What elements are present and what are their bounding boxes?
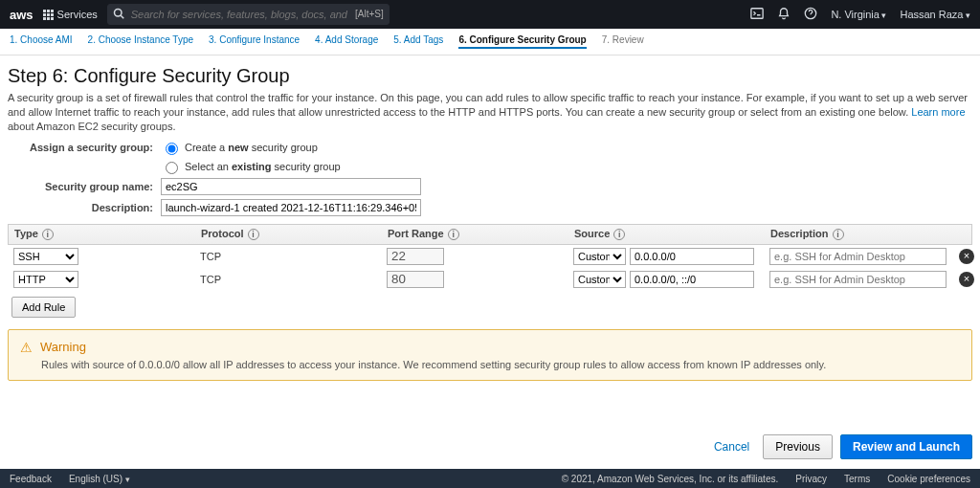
language-selector[interactable]: English (US)	[69, 474, 130, 484]
page-description: A security group is a set of firewall ru…	[8, 91, 972, 134]
rule-row: HTTPTCPCustom×	[8, 268, 972, 291]
add-rule-button[interactable]: Add Rule	[11, 297, 76, 318]
sg-desc-label: Description:	[8, 202, 161, 213]
warning-box: ⚠ Warning Rules with source of 0.0.0.0/0…	[8, 329, 972, 381]
svg-point-0	[114, 10, 122, 17]
global-search: [Alt+S]	[107, 4, 390, 25]
wizard-steps: 1. Choose AMI 2. Choose Instance Type 3.…	[0, 29, 980, 55]
search-icon	[113, 8, 124, 22]
radio-select-existing-input[interactable]	[166, 162, 178, 174]
top-nav-bar: aws Services [Alt+S] N. Virginia Hassan …	[0, 0, 980, 29]
col-port: Port Rangei	[388, 228, 574, 240]
col-source: Sourcei	[574, 228, 770, 240]
svg-rect-2	[751, 9, 763, 19]
info-icon[interactable]: i	[833, 229, 844, 240]
assign-sg-label: Assign a security group:	[8, 142, 161, 153]
rules-header-row: Typei Protocoli Port Rangei Sourcei Desc…	[8, 224, 972, 245]
rule-description-input[interactable]	[769, 248, 947, 265]
review-launch-button[interactable]: Review and Launch	[840, 434, 972, 459]
rule-type-select[interactable]: HTTP	[13, 271, 78, 288]
radio-create-new[interactable]: Create a new security group	[161, 140, 318, 155]
cancel-button[interactable]: Cancel	[708, 439, 755, 455]
rule-source-cidr[interactable]	[630, 248, 754, 265]
remove-rule-icon[interactable]: ×	[959, 249, 974, 264]
search-input[interactable]	[107, 4, 390, 25]
col-description: Descriptioni	[770, 228, 960, 240]
previous-button[interactable]: Previous	[763, 434, 833, 459]
region-selector[interactable]: N. Virginia	[831, 9, 886, 20]
warning-title: Warning	[40, 340, 86, 354]
grid-icon	[43, 10, 54, 20]
radio-select-existing[interactable]: Select an existing security group	[161, 159, 341, 174]
privacy-link[interactable]: Privacy	[795, 474, 827, 484]
notifications-icon[interactable]	[777, 7, 791, 22]
step-7[interactable]: 7. Review	[602, 34, 644, 49]
services-label: Services	[57, 9, 98, 20]
svg-line-1	[121, 15, 123, 18]
rule-protocol: TCP	[200, 251, 387, 262]
rules-body: SSHTCPCustom×HTTPTCPCustom×	[8, 245, 972, 291]
rule-type-select[interactable]: SSH	[13, 248, 78, 265]
copyright-text: © 2021, Amazon Web Services, Inc. or its…	[562, 474, 779, 484]
info-icon[interactable]: i	[613, 229, 625, 240]
learn-more-link[interactable]: Learn more	[911, 106, 965, 118]
rule-port-input[interactable]	[387, 248, 444, 265]
cloudshell-icon[interactable]	[750, 7, 764, 22]
sg-desc-input[interactable]	[161, 199, 421, 216]
step-3[interactable]: 3. Configure Instance	[209, 34, 300, 49]
console-footer: Feedback English (US) © 2021, Amazon Web…	[0, 469, 980, 488]
info-icon[interactable]: i	[42, 229, 54, 240]
info-icon[interactable]: i	[448, 229, 459, 240]
radio-create-new-input[interactable]	[166, 143, 178, 155]
aws-logo[interactable]: aws	[10, 8, 33, 22]
warning-icon: ⚠	[20, 340, 33, 355]
cookies-link[interactable]: Cookie preferences	[887, 474, 970, 484]
wizard-actions: Cancel Previous Review and Launch	[708, 434, 972, 459]
services-menu[interactable]: Services	[43, 9, 98, 20]
col-protocol: Protocoli	[201, 228, 388, 240]
help-icon[interactable]	[804, 7, 817, 22]
search-shortcut: [Alt+S]	[355, 9, 384, 19]
col-type: Typei	[14, 228, 201, 240]
info-icon[interactable]: i	[248, 229, 259, 240]
sg-name-label: Security group name:	[8, 181, 161, 192]
step-1[interactable]: 1. Choose AMI	[10, 34, 73, 49]
account-menu[interactable]: Hassan Raza	[900, 9, 970, 20]
rule-row: SSHTCPCustom×	[8, 245, 972, 268]
step-4[interactable]: 4. Add Storage	[315, 34, 378, 49]
rule-source-mode[interactable]: Custom	[573, 248, 626, 265]
warning-text: Rules with source of 0.0.0.0/0 allow all…	[41, 359, 960, 370]
rule-protocol: TCP	[200, 274, 387, 285]
step-6[interactable]: 6. Configure Security Group	[458, 34, 586, 49]
remove-rule-icon[interactable]: ×	[959, 272, 974, 287]
step-2[interactable]: 2. Choose Instance Type	[88, 34, 193, 49]
step-5[interactable]: 5. Add Tags	[393, 34, 443, 49]
terms-link[interactable]: Terms	[844, 474, 870, 484]
rule-port-input[interactable]	[387, 271, 444, 288]
rule-source-cidr[interactable]	[630, 271, 754, 288]
feedback-link[interactable]: Feedback	[10, 474, 52, 484]
sg-name-input[interactable]	[161, 178, 421, 195]
rule-source-mode[interactable]: Custom	[573, 271, 626, 288]
page-title: Step 6: Configure Security Group	[8, 65, 972, 87]
rule-description-input[interactable]	[769, 271, 947, 288]
